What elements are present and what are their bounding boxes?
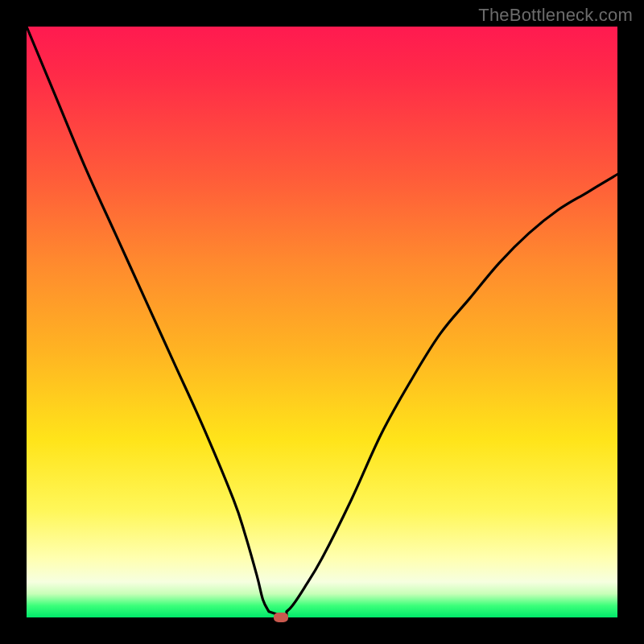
- watermark-text: TheBottleneck.com: [478, 5, 633, 26]
- plot-area: [27, 27, 617, 617]
- outer-frame: TheBottleneck.com: [0, 0, 644, 644]
- bottleneck-curve: [27, 27, 617, 617]
- curve-path: [27, 27, 617, 617]
- minimum-marker: [274, 613, 288, 622]
